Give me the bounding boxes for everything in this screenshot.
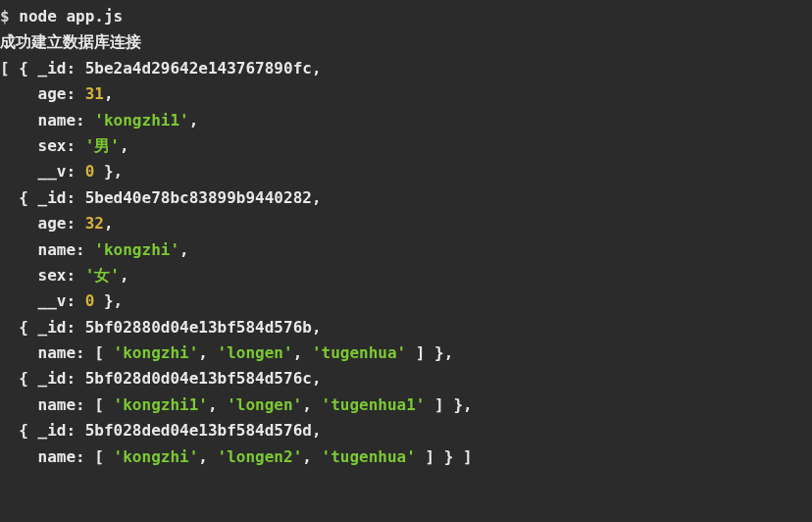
connection-message: 成功建立数据库连接 <box>0 29 812 55</box>
output-line: name: 'kongzhi', <box>0 237 812 263</box>
shell-prompt: $ <box>0 7 19 26</box>
output-line: __v: 0 }, <box>0 288 812 314</box>
output-line: { _id: 5bf028ded04e13bf584d576d, <box>0 418 812 444</box>
output-line: sex: '女', <box>0 263 812 288</box>
command-line: $ node app.js <box>0 4 812 29</box>
output-line: sex: '男', <box>0 133 812 159</box>
command-text: node app.js <box>19 7 123 26</box>
output-line: name: 'kongzhi1', <box>0 108 812 133</box>
output-line: { _id: 5bf028d0d04e13bf584d576c, <box>0 366 812 392</box>
output-line: { _id: 5bed40e78bc83899b9440282, <box>0 185 812 211</box>
output-line: [ { _id: 5be2a4d29642e143767890fc, <box>0 56 812 81</box>
output-line: age: 32, <box>0 211 812 236</box>
terminal-output: $ node app.js 成功建立数据库连接 [ { _id: 5be2a4d… <box>0 4 812 470</box>
output-line: name: [ 'kongzhi', 'longen', 'tugenhua' … <box>0 340 812 366</box>
output-line: __v: 0 }, <box>0 159 812 184</box>
output-line: name: [ 'kongzhi', 'longen2', 'tugenhua'… <box>0 444 812 470</box>
output-line: age: 31, <box>0 81 812 107</box>
output-line: { _id: 5bf02880d04e13bf584d576b, <box>0 315 812 340</box>
output-line: name: [ 'kongzhi1', 'longen', 'tugenhua1… <box>0 392 812 418</box>
